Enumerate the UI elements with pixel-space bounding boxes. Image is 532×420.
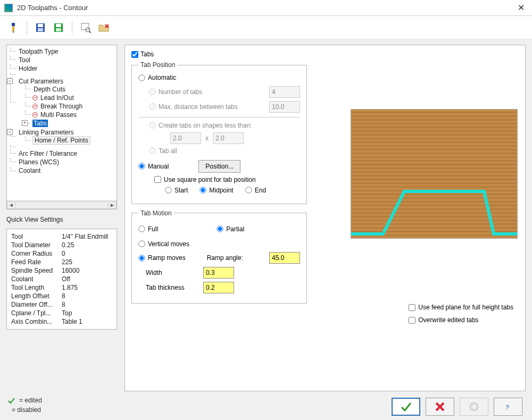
tab-motion-group: Tab Motion Full Partial Vertical moves R… — [131, 209, 307, 304]
svg-rect-8 — [56, 28, 61, 31]
position-button[interactable]: Position... — [198, 160, 240, 173]
quick-view-box: Tool1/4'' Flat Endmill Tool Diameter0.25… — [6, 229, 117, 330]
save-green-icon[interactable] — [52, 21, 65, 35]
radio-start[interactable]: Start — [165, 187, 188, 194]
shape-w-input[interactable] — [170, 132, 201, 144]
tree-item[interactable]: Lead In/Out — [39, 94, 75, 102]
ok-button[interactable] — [392, 398, 420, 416]
radio-tab-all[interactable]: Tab all — [149, 147, 177, 155]
svg-marker-2 — [12, 31, 14, 33]
disabled-icon — [32, 112, 38, 117]
add-button — [460, 398, 488, 416]
tree-item[interactable]: Toolpath Type — [18, 48, 60, 55]
x-icon — [435, 401, 445, 412]
tree-item[interactable]: Holder — [18, 65, 38, 72]
close-icon[interactable]: ✕ — [514, 3, 528, 13]
plus-circle-icon — [468, 401, 480, 413]
thickness-input[interactable] — [203, 282, 234, 293]
legend: = edited = disabled — [6, 391, 117, 416]
svg-rect-0 — [12, 23, 15, 26]
expander-icon[interactable]: − — [7, 78, 13, 84]
radio-number-tabs[interactable]: Number of tabs — [149, 88, 202, 96]
button-row: ? — [124, 391, 526, 416]
tabs-panel: Tabs Tab Position Automatic Number of ta… — [124, 45, 526, 391]
folder-remove-icon[interactable] — [97, 21, 111, 35]
tree-item[interactable]: Tool — [18, 56, 31, 64]
tree[interactable]: Toolpath Type Tool Holder − Cut Paramete… — [7, 45, 117, 200]
window-title: 2D Toolpaths - Contour — [17, 4, 514, 12]
svg-rect-7 — [56, 24, 61, 27]
app-icon — [4, 4, 13, 12]
check-overwrite[interactable]: Overwrite edited tabs — [409, 316, 513, 324]
disabled-icon — [32, 95, 38, 100]
tree-item[interactable]: Coolant — [18, 167, 41, 174]
tree-hscroll[interactable]: ◄ ► — [7, 200, 117, 209]
max-distance-input[interactable] — [269, 101, 300, 113]
expander-icon[interactable]: − — [7, 129, 13, 135]
check-green-icon — [7, 397, 15, 404]
radio-partial[interactable]: Partial — [217, 225, 244, 233]
cancel-button[interactable] — [426, 398, 454, 416]
scroll-left-icon[interactable]: ◄ — [7, 201, 15, 209]
check-use-square[interactable]: Use square point for tab position — [154, 176, 256, 183]
shape-h-input[interactable] — [213, 132, 244, 144]
tabs-checkbox[interactable]: Tabs — [131, 51, 519, 58]
radio-manual[interactable]: Manual — [138, 163, 169, 170]
ramp-angle-input[interactable] — [269, 252, 300, 264]
tree-item[interactable]: Break Through — [39, 103, 84, 110]
svg-rect-9 — [81, 23, 89, 30]
question-icon: ? — [503, 401, 513, 412]
tree-item-selected[interactable]: Tabs — [32, 120, 48, 127]
tree-item[interactable]: Planes (WCS) — [18, 158, 60, 166]
quick-view-title: Quick View Settings — [6, 216, 117, 223]
svg-text:?: ? — [505, 404, 509, 411]
help-button[interactable]: ? — [494, 398, 522, 416]
radio-ramp[interactable]: Ramp moves — [138, 254, 186, 262]
radio-end[interactable]: End — [245, 187, 266, 194]
tool-icon[interactable] — [6, 21, 20, 35]
tree-item[interactable]: Depth Cuts — [32, 86, 66, 93]
svg-line-11 — [89, 31, 91, 33]
radio-midpoint[interactable]: Midpoint — [200, 187, 233, 194]
preview-image — [351, 109, 518, 239]
check-feed-plane[interactable]: Use feed plane for full height tabs — [409, 304, 513, 311]
svg-rect-1 — [12, 26, 14, 31]
radio-vertical[interactable]: Vertical moves — [138, 240, 189, 248]
disabled-icon — [32, 104, 38, 109]
width-input[interactable] — [203, 267, 234, 279]
tree-item[interactable]: Cut Parameters — [18, 78, 64, 85]
scroll-right-icon[interactable]: ► — [108, 201, 117, 209]
tree-item[interactable]: Home / Ref. Points — [32, 136, 90, 145]
title-bar: 2D Toolpaths - Contour ✕ — [0, 0, 532, 16]
tree-item[interactable]: Arc Filter / Tolerance — [18, 150, 78, 157]
tree-panel: Toolpath Type Tool Holder − Cut Paramete… — [6, 45, 117, 209]
check-icon — [400, 401, 412, 413]
svg-rect-4 — [38, 24, 43, 27]
radio-create-shapes[interactable]: Create tabs on shapes less than: — [149, 122, 252, 129]
radio-automatic[interactable]: Automatic — [138, 74, 176, 81]
svg-rect-5 — [38, 28, 43, 31]
tab-position-group: Tab Position Automatic Number of tabs Ma… — [131, 61, 307, 204]
num-tabs-input[interactable] — [269, 86, 300, 98]
expander-icon[interactable]: + — [22, 120, 28, 126]
radio-full[interactable]: Full — [138, 225, 158, 233]
tree-item[interactable]: Multi Passes — [39, 111, 78, 119]
toolbar — [0, 16, 532, 39]
tree-item[interactable]: Linking Parameters — [18, 129, 74, 136]
radio-max-distance[interactable]: Max. distance between tabs — [149, 103, 238, 111]
preview-icon[interactable] — [79, 21, 93, 35]
save-icon[interactable] — [34, 21, 47, 35]
